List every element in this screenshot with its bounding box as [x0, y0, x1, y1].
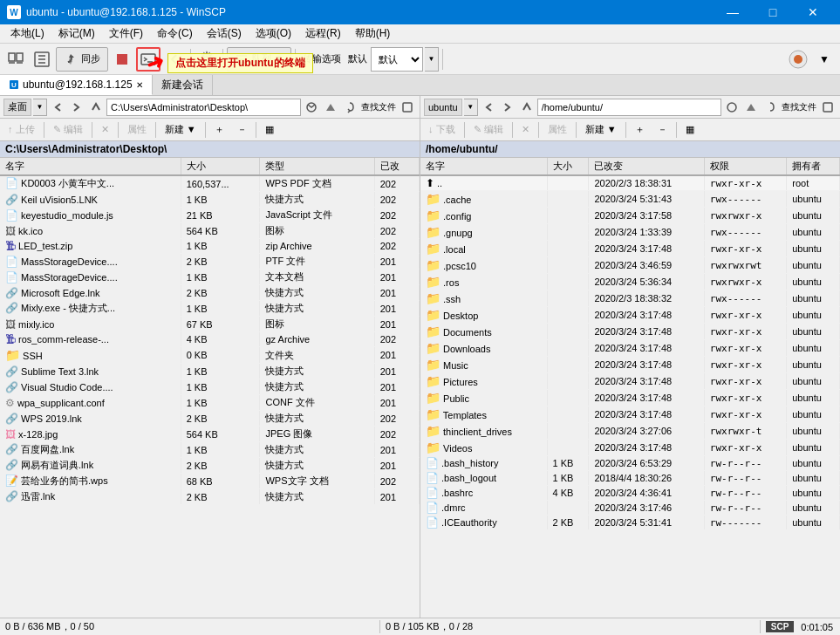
table-row[interactable]: 📄 .bash_logout 1 KB 2018/4/4 18:30:26 rw… — [420, 471, 840, 486]
table-row[interactable]: 📁 .local 2020/3/24 3:17:48 rwxr-xr-x ubu… — [420, 241, 840, 257]
table-row[interactable]: 🔗 Mixly.exe - 快捷方式... 1 KB 快捷方式 201 — [0, 301, 420, 317]
table-row[interactable]: 📄 .bash_history 1 KB 2020/3/24 6:53:29 r… — [420, 456, 840, 471]
right-col-owner[interactable]: 拥有者 — [787, 158, 840, 175]
tab-ubuntu-close[interactable]: ✕ — [136, 80, 143, 90]
left-nav-btn-last[interactable] — [399, 99, 416, 116]
left-col-date[interactable]: 已改 — [374, 158, 419, 175]
table-row[interactable]: 📄 .dmrc 2020/3/24 3:17:46 rw-r--r-- ubun… — [420, 501, 840, 516]
table-row[interactable]: 📄 MassStorageDevice.... 1 KB 文本文档 201 — [0, 270, 420, 285]
table-row[interactable]: 🔗 Microsoft Edge.lnk 2 KB 快捷方式 201 — [0, 285, 420, 301]
table-row[interactable]: 🔗 Visual Studio Code.... 1 KB 快捷方式 201 — [0, 379, 420, 395]
left-nav-btn-2[interactable] — [68, 99, 85, 116]
left-nav-btn-5[interactable] — [322, 99, 339, 116]
right-find-btn[interactable]: 查找文件 — [781, 99, 817, 116]
left-delete-button[interactable]: ✕ — [95, 120, 115, 140]
left-minus-button[interactable]: － — [231, 120, 253, 140]
left-nav-btn-4[interactable] — [303, 99, 320, 116]
table-row[interactable]: 📄 keyestudio_module.js 21 KB JavaScript … — [0, 208, 420, 223]
right-add-button[interactable]: ＋ — [629, 120, 651, 140]
menu-command[interactable]: 命令(C) — [150, 24, 200, 43]
table-row[interactable]: 📁 .gnupg 2020/3/24 1:33:39 rwx------ ubu… — [420, 224, 840, 241]
right-new-button[interactable]: 新建 ▼ — [579, 120, 623, 140]
table-row[interactable]: 📁 Documents 2020/3/24 3:17:48 rwxr-xr-x … — [420, 324, 840, 340]
right-nav-btn-4[interactable] — [723, 99, 741, 116]
tab-new-session[interactable]: 新建会话 — [153, 75, 213, 95]
toolbar-btn-icon-right[interactable] — [786, 47, 810, 72]
left-find-btn[interactable]: 查找文件 — [360, 99, 397, 116]
right-col-name[interactable]: 名字 — [420, 158, 547, 175]
table-row[interactable]: 📁 .pcsc10 2020/3/24 3:46:59 rwxrwxrwt ub… — [420, 257, 840, 274]
table-row[interactable]: ⚙ wpa_supplicant.conf 1 KB CONF 文件 201 — [0, 395, 420, 411]
minimize-button[interactable]: — — [713, 0, 753, 24]
right-nav-btn-2[interactable] — [499, 99, 516, 116]
table-row[interactable]: 📁 Music 2020/3/24 3:17:48 rwxr-xr-x ubun… — [420, 357, 840, 373]
table-row[interactable]: 📄 KD0003 小黄车中文... 160,537... WPS PDF 文档 … — [0, 175, 420, 192]
tab-ubuntu-session[interactable]: U ubuntu@192.168.1.125 ✕ — [0, 75, 153, 95]
table-row[interactable]: 📄 .bashrc 4 KB 2020/3/24 4:36:41 rw-r--r… — [420, 486, 840, 501]
right-properties-button[interactable]: 属性 — [542, 120, 573, 140]
table-row[interactable]: 🔗 WPS 2019.lnk 2 KB 快捷方式 202 — [0, 411, 420, 427]
left-add-button[interactable]: ＋ — [208, 120, 230, 140]
table-row[interactable]: 🔗 网易有道词典.lnk 2 KB 快捷方式 201 — [0, 458, 420, 474]
sync-button[interactable]: 同步 — [56, 47, 108, 72]
left-file-table[interactable]: 名字 大小 类型 已改 📄 KD0003 小黄车中文... 160,537...… — [0, 158, 420, 618]
table-row[interactable]: 🔗 百度网盘.lnk 1 KB 快捷方式 201 — [0, 442, 420, 458]
table-row[interactable]: 📝 芸给业务的简书.wps 68 KB WPS文字 文档 202 — [0, 474, 420, 489]
toolbar-btn-dropdown-right[interactable]: ▼ — [812, 47, 837, 72]
download-button[interactable]: ↓ 下载 — [422, 120, 461, 140]
table-row[interactable]: 📁 .config 2020/3/24 3:17:58 rwxrwxr-x ub… — [420, 208, 840, 224]
table-row[interactable]: 🗜 LED_test.zip 1 KB zip Archive 202 — [0, 239, 420, 254]
table-row[interactable]: 📁 Videos 2020/3/24 3:17:48 rwxr-xr-x ubu… — [420, 440, 840, 456]
left-grid-button[interactable]: ▦ — [259, 120, 280, 140]
left-col-name[interactable]: 名字 — [0, 158, 181, 175]
menu-session[interactable]: 会话(S) — [200, 24, 249, 43]
right-col-size[interactable]: 大小 — [547, 158, 589, 175]
menu-options[interactable]: 选项(O) — [249, 24, 298, 43]
table-row[interactable]: 📄 MassStorageDevice.... 2 KB PTF 文件 201 — [0, 254, 420, 270]
left-path-input[interactable] — [106, 99, 301, 116]
menu-remote[interactable]: 远程(R) — [298, 24, 348, 43]
table-row[interactable]: 📁 Desktop 2020/3/24 3:17:48 rwxr-xr-x ub… — [420, 307, 840, 324]
table-row[interactable]: 📁 Downloads 2020/3/24 3:17:48 rwxr-xr-x … — [420, 340, 840, 357]
menu-mark[interactable]: 标记(M) — [51, 24, 102, 43]
table-row[interactable]: 🖼 mixly.ico 67 KB 图标 201 — [0, 317, 420, 332]
right-nav-ubuntu-dropdown[interactable]: ▼ — [464, 99, 478, 116]
toolbar-btn-1[interactable] — [3, 47, 28, 72]
table-row[interactable]: 📁 SSH 0 KB 文件夹 201 — [0, 347, 420, 364]
right-edit-button[interactable]: ✎ 编辑 — [468, 120, 509, 140]
table-row[interactable]: 📁 Pictures 2020/3/24 3:17:48 rwxr-xr-x u… — [420, 373, 840, 390]
right-col-perms[interactable]: 权限 — [704, 158, 786, 175]
table-row[interactable]: 📁 .ros 2020/3/24 5:36:34 rwxrwxr-x ubunt… — [420, 274, 840, 290]
menu-local[interactable]: 本地(L) — [3, 24, 51, 43]
right-file-table[interactable]: 名字 大小 已改变 权限 拥有者 ⬆ .. 2020/2/3 18:38:31 … — [420, 158, 840, 618]
table-row[interactable]: 🔗 Keil uVision5.LNK 1 KB 快捷方式 202 — [0, 192, 420, 208]
table-row[interactable]: 🔗 Sublime Text 3.lnk 1 KB 快捷方式 201 — [0, 364, 420, 379]
right-nav-btn-refresh[interactable] — [761, 99, 779, 116]
right-nav-btn-5[interactable] — [742, 99, 760, 116]
table-row[interactable]: 🗜 ros_comm-release-... 4 KB gz Archive 2… — [0, 332, 420, 347]
left-col-type[interactable]: 类型 — [260, 158, 374, 175]
menu-file[interactable]: 文件(F) — [102, 24, 150, 43]
toolbar-btn-back[interactable] — [162, 47, 187, 72]
table-row[interactable]: 🖼 x-128.jpg 564 KB JPEG 图像 202 — [0, 427, 420, 442]
menu-help[interactable]: 帮助(H) — [348, 24, 398, 43]
maximize-button[interactable]: □ — [753, 0, 793, 24]
table-row[interactable]: 📁 .ssh 2020/2/3 18:38:32 rwx------ ubunt… — [420, 290, 840, 307]
left-nav-btn-3[interactable] — [87, 99, 105, 116]
queue-button[interactable]: 队列 ▼ — [227, 47, 291, 72]
table-row[interactable]: 🔗 迅雷.lnk 2 KB 快捷方式 201 — [0, 489, 420, 505]
toolbar-btn-stop[interactable] — [110, 47, 134, 72]
toolbar-btn-terminal[interactable] — [136, 47, 160, 72]
right-delete-button[interactable]: ✕ — [516, 120, 536, 140]
left-new-button[interactable]: 新建 ▼ — [159, 120, 202, 140]
right-nav-btn-last[interactable] — [819, 99, 837, 116]
close-button[interactable]: ✕ — [793, 0, 833, 24]
table-row[interactable]: 📄 .ICEauthority 2 KB 2020/3/24 5:31:41 r… — [420, 516, 840, 530]
toolbar-btn-settings[interactable] — [195, 47, 219, 72]
right-col-date[interactable]: 已改变 — [589, 158, 704, 175]
table-row[interactable]: 📁 Templates 2020/3/24 3:17:48 rwxr-xr-x … — [420, 406, 840, 423]
right-path-input[interactable] — [537, 99, 721, 116]
toolbar-btn-2[interactable] — [30, 47, 54, 72]
left-edit-button[interactable]: ✎ 编辑 — [47, 120, 89, 140]
transfer-profile-dropdown[interactable]: ▼ — [425, 47, 439, 72]
